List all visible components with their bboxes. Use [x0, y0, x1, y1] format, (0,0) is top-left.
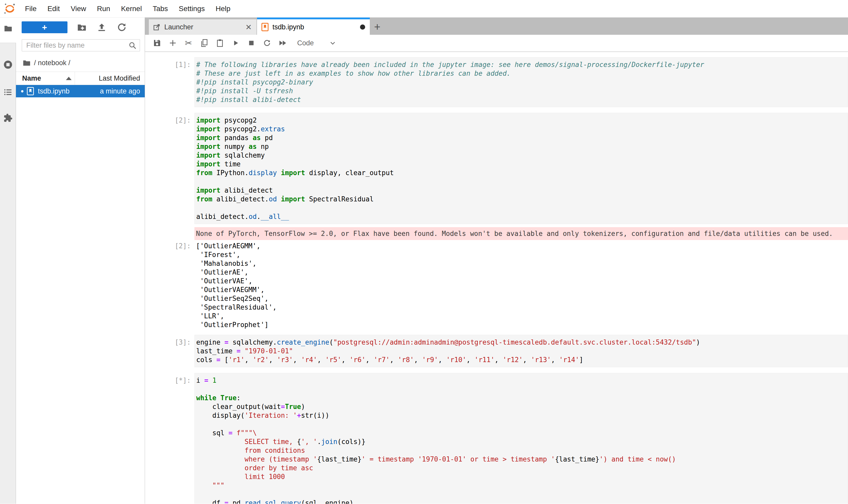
dock-tab-bar: Launcher ✕ tsdb.ipynb + [145, 18, 848, 35]
output-line: 'OutlierProphet'] [196, 320, 848, 329]
file-browser-toolbar: + [16, 18, 145, 34]
filter-files-wrapper [22, 39, 140, 52]
code-line [196, 203, 848, 212]
code-line: from alibi_detect.od import SpectralResi… [196, 195, 848, 203]
refresh-button[interactable] [116, 21, 128, 33]
menu-run[interactable]: Run [92, 5, 115, 13]
code-line: alibi_detect.od.__all__ [196, 212, 848, 221]
code-line: while True: [196, 394, 848, 402]
code-line [196, 490, 848, 499]
code-line: import numpy as np [196, 142, 848, 151]
output-line: 'Mahalanobis', [196, 259, 848, 268]
code-line: sql = f"""\ [196, 429, 848, 437]
code-line: last_time = "1970-01-01" [196, 347, 848, 355]
file-row-tsdb[interactable]: tsdb.ipynb a minute ago [16, 85, 145, 97]
column-header-name[interactable]: Name [16, 74, 75, 83]
copy-icon [200, 39, 208, 47]
code-line: i = 1 [196, 376, 848, 385]
notebook-icon [261, 23, 269, 32]
cell-editor[interactable]: import psycopg2import psycopg2.extrasimp… [194, 113, 848, 224]
new-tab-button[interactable]: + [370, 19, 385, 35]
paste-cells-button[interactable] [216, 39, 224, 48]
stop-icon [248, 40, 255, 46]
chevron-down-icon [329, 40, 336, 46]
close-tab-icon[interactable]: ✕ [246, 23, 252, 32]
tab-tsdb-notebook[interactable]: tsdb.ipynb [257, 18, 370, 35]
home-folder-icon [22, 58, 31, 67]
file-browser-tab[interactable] [0, 21, 16, 36]
input-prompt: [3]: [145, 335, 194, 367]
code-line: cols = ['r1', 'r2', 'r3', 'r4', 'r5', 'r… [196, 355, 848, 364]
output-line: 'OutlierVAE', [196, 276, 848, 285]
unsaved-changes-icon[interactable] [360, 24, 365, 30]
code-line: import time [196, 160, 848, 168]
plus-icon: + [42, 23, 47, 32]
code-line: clear_output(wait=True) [196, 402, 848, 411]
new-folder-button[interactable] [76, 21, 88, 33]
save-button[interactable] [153, 39, 161, 48]
cell-editor[interactable]: engine = sqlalchemy.create_engine("postg… [194, 335, 848, 367]
file-name: tsdb.ipynb [38, 87, 70, 95]
refresh-icon [117, 22, 127, 32]
run-cell-button[interactable] [231, 39, 240, 48]
upload-button[interactable] [96, 21, 108, 33]
code-line: display('Iteration: '+str(i)) [196, 411, 848, 420]
menu-kernel[interactable]: Kernel [115, 5, 147, 13]
extensions-tab[interactable] [0, 111, 16, 125]
menu-help[interactable]: Help [210, 5, 236, 13]
column-header-modified[interactable]: Last Modified [75, 74, 145, 83]
insert-cell-button[interactable] [168, 39, 177, 48]
code-line: import psycopg2 [196, 116, 848, 125]
left-activity-bar [0, 18, 16, 504]
puzzle-icon [3, 113, 13, 123]
table-of-contents-tab[interactable] [0, 85, 16, 100]
cell-editor[interactable]: i = 1 while True: clear_output(wait=True… [194, 373, 848, 504]
menu-edit[interactable]: Edit [42, 5, 65, 13]
running-kernels-tab[interactable] [0, 57, 16, 72]
menu-file[interactable]: File [20, 5, 42, 13]
input-prompt: [1]: [145, 57, 194, 107]
input-prompt: [*]: [145, 373, 194, 504]
cell-type-dropdown[interactable]: Code [297, 39, 336, 47]
menu-view[interactable]: View [65, 5, 91, 13]
paste-icon [216, 39, 224, 47]
menu-tabs[interactable]: Tabs [147, 5, 173, 13]
list-icon [3, 88, 13, 97]
code-line: #!pip install alibi-detect [196, 95, 848, 104]
notebook-file-icon [26, 87, 34, 95]
tab-launcher[interactable]: Launcher ✕ [149, 19, 256, 35]
code-line: """ [196, 481, 848, 490]
notebook-scroll-area[interactable]: [1]:# The following libraries have alrea… [145, 52, 848, 504]
notebook-cell: [1]:# The following libraries have alrea… [145, 57, 848, 107]
notebook-cell: [3]:engine = sqlalchemy.create_engine("p… [145, 335, 848, 367]
file-modified: a minute ago [70, 87, 145, 95]
stop-circle-icon [3, 60, 13, 70]
tab-label: Launcher [164, 23, 193, 31]
new-folder-icon [76, 22, 87, 33]
cell-editor[interactable]: # The following libraries have already b… [194, 57, 848, 107]
code-line: #!pip install -U tsfresh [196, 87, 848, 95]
code-line: limit 1000 [196, 472, 848, 481]
code-line: import psycopg2.extras [196, 125, 848, 133]
restart-kernel-button[interactable] [263, 39, 271, 48]
file-list-header: Name Last Modified [16, 72, 145, 85]
launcher-icon [153, 23, 161, 31]
sort-ascending-icon [66, 77, 72, 80]
unsaved-dot-icon [21, 90, 23, 92]
folder-icon [3, 24, 13, 33]
menu-settings[interactable]: Settings [173, 5, 210, 13]
save-icon [153, 39, 161, 47]
breadcrumb[interactable]: / notebook / [16, 52, 145, 68]
interrupt-kernel-button[interactable] [247, 39, 256, 48]
cut-cells-button[interactable]: ✂ [184, 39, 193, 48]
copy-cells-button[interactable] [200, 39, 209, 48]
code-line: from conditions [196, 446, 848, 455]
run-icon [232, 39, 239, 47]
filter-files-input[interactable] [22, 39, 140, 52]
new-launcher-button[interactable]: + [22, 21, 68, 33]
output-line: 'LLR', [196, 312, 848, 320]
jupyter-logo-icon [4, 3, 16, 15]
output-line: 'SpectralResidual', [196, 303, 848, 312]
restart-run-all-button[interactable] [278, 39, 287, 48]
code-line: import alibi_detect [196, 186, 848, 195]
